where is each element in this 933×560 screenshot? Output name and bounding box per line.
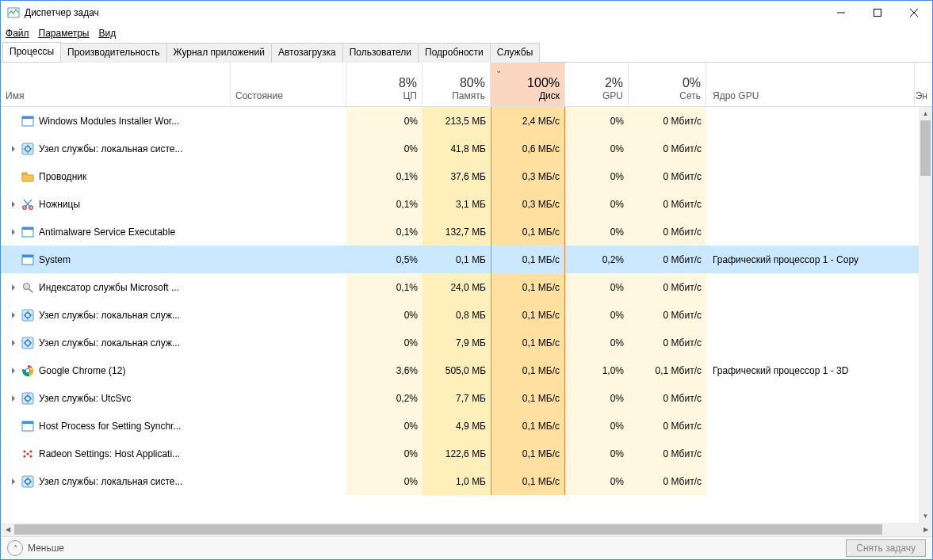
disk-cell: 0,1 МБ/с	[491, 356, 565, 384]
process-name-cell[interactable]: Ножницы	[1, 190, 231, 218]
table-row[interactable]: Radeon Settings: Host Applicati...0%122,…	[1, 440, 919, 467]
table-row[interactable]: Узел службы: локальная систе...0%41,8 МБ…	[1, 135, 919, 162]
cpu-cell: 0,1%	[346, 190, 423, 218]
process-name-label: Узел службы: локальная служ...	[39, 310, 180, 321]
table-row[interactable]: Google Chrome (12)3,6%505,0 МБ0,1 МБ/с1,…	[1, 356, 919, 384]
expand-icon[interactable]	[7, 146, 20, 152]
process-name-cell[interactable]: System	[1, 246, 231, 273]
disk-cell: 0,3 МБ/с	[491, 190, 565, 218]
scroll-down-icon[interactable]: ▼	[919, 509, 932, 523]
chevron-up-icon: ˄	[7, 540, 23, 556]
process-name-cell[interactable]: Узел службы: локальная служ...	[1, 301, 231, 329]
process-name-cell[interactable]: Узел службы: UtcSvc	[1, 384, 231, 412]
expand-icon[interactable]	[7, 368, 20, 374]
menu-options[interactable]: Параметры	[39, 28, 90, 39]
process-name-cell[interactable]: Host Process for Setting Synchr...	[1, 412, 231, 440]
fewer-details-label: Меньше	[28, 543, 64, 554]
svg-point-38	[26, 368, 29, 371]
table-row[interactable]: Host Process for Setting Synchr...0%4,9 …	[1, 412, 919, 440]
hscroll-thumb[interactable]	[14, 524, 882, 535]
col-mem-pct: 80%	[460, 76, 485, 90]
col-gpu-label: GPU	[602, 90, 623, 101]
expand-icon[interactable]	[7, 229, 20, 235]
col-state[interactable]: Состояние	[231, 63, 346, 106]
maximize-button[interactable]	[859, 1, 896, 25]
network-cell: 0 Мбит/с	[629, 440, 706, 467]
col-cpu-pct: 8%	[399, 76, 417, 90]
gpu-cell: 0%	[565, 384, 629, 412]
vertical-scrollbar[interactable]: ▲ ▼	[919, 107, 932, 523]
col-gpu[interactable]: 2% GPU	[565, 63, 629, 106]
col-name[interactable]: Имя	[1, 63, 231, 106]
gpu-cell: 0,2%	[565, 246, 629, 273]
process-name-cell[interactable]: Узел службы: локальная систе...	[1, 467, 231, 495]
process-name-cell[interactable]: Индексатор службы Microsoft ...	[1, 273, 231, 301]
col-energy-truncated[interactable]: Эн	[915, 63, 932, 106]
gpu-engine-cell	[706, 384, 919, 412]
col-network[interactable]: 0% Сеть	[629, 63, 706, 106]
table-row[interactable]: System0,5%0,1 МБ0,1 МБ/с0,2%0 Мбит/сГраф…	[1, 246, 919, 273]
cpu-cell: 3,6%	[346, 356, 423, 384]
menu-view[interactable]: Вид	[98, 28, 116, 39]
table-row[interactable]: Индексатор службы Microsoft ...0,1%24,0 …	[1, 273, 919, 301]
gear-icon	[21, 337, 34, 349]
footer: ˄ Меньше Снять задачу	[1, 536, 932, 559]
scroll-track[interactable]	[919, 120, 932, 509]
process-name-cell[interactable]: Google Chrome (12)	[1, 356, 231, 384]
table-row[interactable]: Ножницы0,1%3,1 МБ0,3 МБ/с0%0 Мбит/с	[1, 190, 919, 218]
hscroll-track[interactable]	[14, 523, 919, 536]
snip-icon	[21, 198, 34, 211]
table-row[interactable]: Проводник0,1%37,6 МБ0,3 МБ/с0%0 Мбит/с	[1, 162, 919, 190]
expand-icon[interactable]	[7, 201, 20, 208]
cpu-cell: 0,5%	[346, 246, 423, 273]
cpu-cell: 0%	[346, 107, 423, 135]
process-name-cell[interactable]: Radeon Settings: Host Applicati...	[1, 440, 231, 467]
state-cell	[231, 162, 346, 190]
table-row[interactable]: Узел службы: локальная служ...0%7,9 МБ0,…	[1, 329, 919, 356]
end-task-button[interactable]: Снять задачу	[846, 539, 926, 557]
table-row[interactable]: Узел службы: UtcSvc0,2%7,7 МБ0,1 МБ/с0%0…	[1, 384, 919, 412]
memory-cell: 7,7 МБ	[423, 384, 491, 412]
expand-icon[interactable]	[7, 312, 20, 318]
expand-icon[interactable]	[7, 478, 20, 485]
svg-rect-1	[837, 13, 845, 13]
process-name-cell[interactable]: Windows Modules Installer Wor...	[1, 107, 231, 135]
process-name-cell[interactable]: Antimalware Service Executable	[1, 218, 231, 246]
process-name-cell[interactable]: Проводник	[1, 162, 231, 190]
table-row[interactable]: Узел службы: локальная служ...0%0,8 МБ0,…	[1, 301, 919, 329]
svg-point-51	[26, 452, 29, 455]
table-row[interactable]: Windows Modules Installer Wor...0%213,5 …	[1, 107, 919, 135]
col-cpu[interactable]: 8% ЦП	[346, 63, 423, 106]
memory-cell: 0,1 МБ	[423, 246, 491, 273]
table-row[interactable]: Узел службы: локальная систе...0%1,0 МБ0…	[1, 467, 919, 495]
close-button[interactable]	[896, 1, 932, 25]
expand-icon[interactable]	[7, 284, 20, 291]
process-name-label: Узел службы: локальная служ...	[39, 337, 180, 349]
process-name-cell[interactable]: Узел службы: локальная служ...	[1, 329, 231, 356]
tab-details[interactable]: Подробности	[418, 43, 491, 63]
tab-processes[interactable]: Процессы	[2, 42, 61, 62]
expand-icon[interactable]	[7, 340, 20, 346]
scroll-up-icon[interactable]: ▲	[919, 107, 932, 120]
tab-startup[interactable]: Автозагрузка	[271, 43, 343, 63]
fewer-details-button[interactable]: ˄ Меньше	[7, 540, 64, 556]
horizontal-scrollbar[interactable]: ◀ ▶	[1, 523, 932, 536]
tab-services[interactable]: Службы	[490, 43, 540, 63]
menu-file[interactable]: Файл	[6, 28, 29, 39]
col-memory[interactable]: 80% Память	[423, 63, 491, 106]
tab-users[interactable]: Пользователи	[342, 43, 419, 63]
scroll-thumb[interactable]	[920, 120, 931, 176]
blue-square-icon	[21, 226, 34, 238]
expand-icon[interactable]	[7, 395, 20, 402]
table-row[interactable]: Antimalware Service Executable0,1%132,7 …	[1, 218, 919, 246]
col-gpu-engine[interactable]: Ядро GPU	[706, 63, 915, 106]
tab-performance[interactable]: Производительность	[60, 43, 166, 63]
disk-cell: 0,1 МБ/с	[491, 218, 565, 246]
minimize-button[interactable]	[823, 1, 859, 25]
scroll-right-icon[interactable]: ▶	[919, 523, 932, 536]
scroll-left-icon[interactable]: ◀	[1, 523, 14, 536]
process-name-cell[interactable]: Узел службы: локальная систе...	[1, 135, 231, 162]
col-disk[interactable]: ⌄ 100% Диск	[491, 63, 565, 106]
tab-app-history[interactable]: Журнал приложений	[166, 43, 272, 63]
process-name-label: Проводник	[39, 171, 86, 182]
